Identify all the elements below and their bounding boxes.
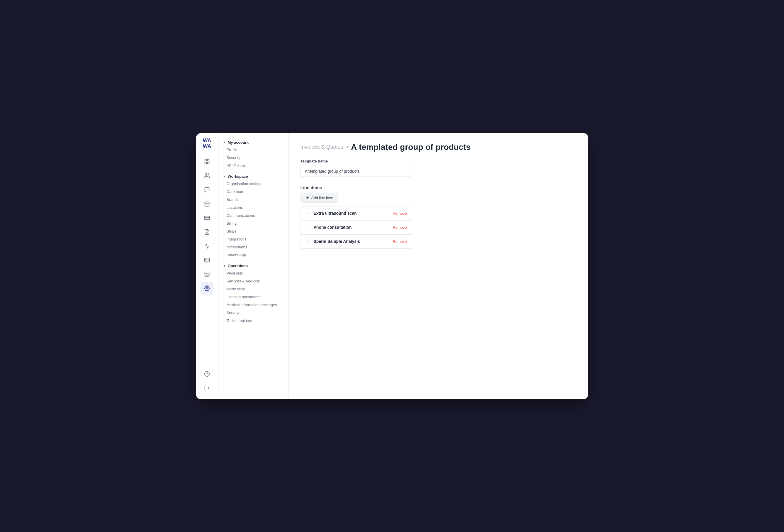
nav-analytics-button[interactable] <box>200 240 214 253</box>
template-name-label: Template name <box>301 159 577 163</box>
sidebar-item-notifications[interactable]: Notifications <box>218 243 288 251</box>
svg-point-4 <box>205 174 207 176</box>
my-account-section-label: My account <box>227 140 249 145</box>
remove-line-item-button[interactable]: Remove <box>393 225 407 230</box>
plus-icon <box>306 196 310 200</box>
line-items-label: Line items <box>301 185 577 190</box>
nav-settings-button[interactable] <box>200 282 214 295</box>
drag-handle-icon[interactable] <box>306 225 310 230</box>
nav-reports-button[interactable] <box>200 226 214 239</box>
sidebar-section-operations[interactable]: ▼ Operations <box>218 261 288 269</box>
sidebar-item-task-templates[interactable]: Task templates <box>218 317 288 325</box>
line-item-name: Extra ultrasound scan <box>314 211 393 216</box>
nav-billing-button[interactable] <box>200 212 214 224</box>
chevron-operations-icon: ▼ <box>223 264 226 268</box>
sidebar-item-stripe[interactable]: Stripe <box>218 227 288 235</box>
remove-line-item-button[interactable]: Remove <box>393 211 407 216</box>
nav-calendar-button[interactable] <box>200 197 214 210</box>
breadcrumb-current: A templated group of products <box>351 143 471 152</box>
sidebar: ▼ My account Profile Security API Tokens… <box>218 133 289 399</box>
sidebar-item-care-team[interactable]: Care team <box>218 188 288 196</box>
sidebar-item-security[interactable]: Security <box>218 154 288 162</box>
breadcrumb-parent[interactable]: Invoices & Quotes <box>301 144 343 150</box>
sidebar-item-brands[interactable]: Brands <box>218 196 288 203</box>
template-name-input[interactable] <box>301 166 412 177</box>
svg-rect-5 <box>205 202 209 206</box>
sidebar-item-integrations[interactable]: Integrations <box>218 235 288 243</box>
remove-line-item-button[interactable]: Remove <box>393 239 407 244</box>
workspace-section-label: Workspace <box>227 174 248 178</box>
line-items-table: Extra ultrasound scan Remove Phone consu… <box>301 206 412 249</box>
sidebar-item-price-lists[interactable]: Price lists <box>218 269 288 277</box>
sidebar-item-organisation-settings[interactable]: Organisation settings <box>218 180 288 188</box>
nav-chat-button[interactable] <box>200 183 214 196</box>
svg-point-16 <box>206 273 207 274</box>
svg-point-14 <box>205 259 207 260</box>
drag-handle-icon[interactable] <box>306 239 310 244</box>
breadcrumb: Invoices & Quotes > A templated group of… <box>301 143 577 152</box>
svg-rect-2 <box>205 162 207 164</box>
line-item-row: Sperm Sample Analysis Remove <box>301 234 412 248</box>
svg-rect-1 <box>207 160 209 161</box>
sidebar-item-services-addons[interactable]: Services & Add-ons <box>218 277 288 285</box>
sidebar-item-locations[interactable]: Locations <box>218 203 288 212</box>
sidebar-item-api-tokens[interactable]: API Tokens <box>218 162 288 169</box>
app-window: WAWA <box>196 133 588 399</box>
svg-point-17 <box>206 288 208 289</box>
line-item-name: Phone consultation <box>314 225 393 230</box>
svg-rect-0 <box>205 160 207 161</box>
chevron-workspace-icon: ▼ <box>223 175 226 178</box>
sidebar-item-medication[interactable]: Medication <box>218 285 288 293</box>
nav-profile-card-button[interactable] <box>200 254 214 267</box>
line-items-section: Line items Add line item Extra ultrasoun… <box>301 185 577 249</box>
logo-text: WAWA <box>203 138 212 149</box>
sidebar-section-my-account[interactable]: ▼ My account <box>218 138 288 146</box>
sidebar-item-communications[interactable]: Communications <box>218 212 288 219</box>
icon-bar: WAWA <box>196 133 218 399</box>
svg-rect-3 <box>207 162 209 164</box>
sidebar-item-billing[interactable]: Billing <box>218 219 288 227</box>
chevron-my-account-icon: ▼ <box>223 141 226 144</box>
sidebar-section-workspace[interactable]: ▼ Workspace <box>218 172 288 180</box>
add-line-item-button[interactable]: Add line item <box>301 193 338 203</box>
logo: WAWA <box>203 138 212 149</box>
breadcrumb-separator: > <box>346 144 349 150</box>
svg-rect-9 <box>205 216 209 220</box>
sidebar-item-patient-app[interactable]: Patient App <box>218 251 288 259</box>
sidebar-item-consent-documents[interactable]: Consent documents <box>218 293 288 301</box>
nav-patients-button[interactable] <box>200 169 214 182</box>
line-item-row: Phone consultation Remove <box>301 221 412 234</box>
sidebar-item-medical-info-packages[interactable]: Medical information packages <box>218 301 288 309</box>
nav-image-report-button[interactable] <box>200 268 214 281</box>
sidebar-item-profile[interactable]: Profile <box>218 146 288 154</box>
line-item-row: Extra ultrasound scan Remove <box>301 206 412 221</box>
nav-help-button[interactable] <box>200 367 214 381</box>
drag-handle-icon[interactable] <box>306 211 310 216</box>
main-content: Invoices & Quotes > A templated group of… <box>289 133 588 399</box>
nav-logout-button[interactable] <box>200 382 214 394</box>
nav-dashboard-button[interactable] <box>200 155 214 168</box>
operations-section-label: Operations <box>227 264 248 268</box>
sidebar-item-surveys[interactable]: Surveys <box>218 309 288 317</box>
add-line-item-label: Add line item <box>311 196 333 200</box>
line-item-name: Sperm Sample Analysis <box>314 239 393 244</box>
